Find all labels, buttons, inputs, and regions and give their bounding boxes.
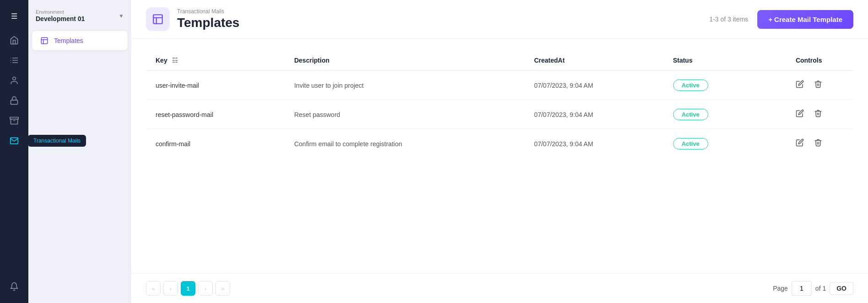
page-label: Page [773, 285, 788, 292]
next-page-button[interactable]: › [198, 281, 213, 296]
box-icon [10, 116, 19, 125]
page-number-input[interactable] [792, 281, 812, 296]
table-row: reset-password-mail Reset password 07/07… [146, 100, 853, 129]
header-title-group: Transactional Mails Templates [177, 8, 239, 30]
description-cell: Reset password [285, 100, 525, 129]
environment-label: Environment [36, 9, 85, 15]
key-cell: reset-password-mail [146, 100, 285, 129]
table-row: user-invite-mail Invite user to join pro… [146, 71, 853, 100]
of-label: of 1 [815, 285, 826, 292]
go-button[interactable]: GO [830, 282, 853, 295]
controls-cell [765, 129, 853, 159]
table-container: Key ☷ Description CreatedAt Status Contr… [131, 39, 868, 273]
person-icon [10, 76, 19, 85]
templates-header-icon [152, 13, 164, 25]
delete-button-row-2[interactable] [812, 137, 824, 151]
edit-button-row-2[interactable] [794, 137, 806, 151]
table-header-row: Key ☷ Description CreatedAt Status Contr… [146, 50, 853, 71]
status-cell: Active [664, 71, 765, 100]
key-cell: user-invite-mail [146, 71, 285, 100]
pagination-left: « ‹ 1 › » [146, 281, 230, 296]
sidebar-item-templates[interactable]: Templates [32, 31, 128, 50]
svg-rect-8 [10, 117, 18, 119]
box-nav-button[interactable] [5, 112, 23, 130]
header-left: Transactional Mails Templates [146, 7, 239, 31]
table-row: confirm-mail Confirm email to complete r… [146, 129, 853, 159]
delete-button-row-0[interactable] [812, 78, 824, 92]
lock-icon [10, 96, 19, 105]
key-filter-icon[interactable]: ☷ [172, 57, 178, 64]
icon-bar: ☰ [0, 0, 28, 303]
pagination-right: Page of 1 GO [773, 281, 853, 296]
main-content: Transactional Mails Templates 1-3 of 3 i… [131, 0, 868, 303]
page-1-button[interactable]: 1 [181, 281, 195, 296]
key-cell: confirm-mail [146, 129, 285, 159]
hamburger-icon: ☰ [11, 13, 17, 20]
column-header-status: Status [664, 50, 765, 71]
status-cell: Active [664, 100, 765, 129]
status-cell: Active [664, 129, 765, 159]
first-page-button[interactable]: « [146, 281, 161, 296]
column-header-description: Description [285, 50, 525, 71]
hamburger-menu-button[interactable]: ☰ [5, 7, 23, 26]
templates-icon [39, 36, 49, 46]
environment-selector[interactable]: Environment Development 01 ▼ [28, 5, 131, 30]
svg-rect-7 [11, 100, 18, 104]
column-header-key: Key ☷ [146, 50, 285, 71]
createdat-cell: 07/07/2023, 9:04 AM [525, 71, 663, 100]
bell-nav-button[interactable] [5, 277, 23, 296]
description-cell: Invite user to join project [285, 71, 525, 100]
controls-cell [765, 100, 853, 129]
page-header: Transactional Mails Templates 1-3 of 3 i… [131, 0, 868, 39]
environment-name: Development 01 [36, 15, 85, 22]
svg-rect-13 [153, 15, 162, 24]
breadcrumb: Transactional Mails [177, 8, 239, 15]
mail-icon [10, 136, 19, 145]
controls-cell [765, 71, 853, 100]
create-mail-template-button[interactable]: + Create Mail Template [757, 10, 853, 29]
mail-nav-button[interactable]: Transactional Mails [5, 132, 23, 150]
home-nav-button[interactable] [5, 31, 23, 49]
createdat-cell: 07/07/2023, 9:04 AM [525, 129, 663, 159]
delete-button-row-1[interactable] [812, 107, 824, 122]
list-nav-button[interactable] [5, 51, 23, 69]
status-badge: Active [673, 80, 708, 91]
svg-point-6 [13, 77, 16, 80]
security-nav-button[interactable] [5, 91, 23, 110]
edit-button-row-0[interactable] [794, 78, 806, 92]
pagination-row: « ‹ 1 › » Page of 1 GO [131, 273, 868, 303]
sidebar: Environment Development 01 ▼ Templates [28, 0, 131, 303]
last-page-button[interactable]: » [216, 281, 230, 296]
header-icon-wrap [146, 7, 170, 31]
column-header-createdat: CreatedAt [525, 50, 663, 71]
description-cell: Confirm email to complete registration [285, 129, 525, 159]
bell-icon [10, 282, 19, 291]
home-icon [10, 36, 19, 45]
items-count: 1-3 of 3 items [709, 16, 748, 23]
edit-button-row-1[interactable] [794, 107, 806, 122]
sidebar-item-templates-label: Templates [54, 37, 83, 44]
chevron-down-icon: ▼ [119, 13, 124, 19]
svg-rect-10 [41, 37, 48, 44]
list-icon [10, 56, 19, 65]
createdat-cell: 07/07/2023, 9:04 AM [525, 100, 663, 129]
users-nav-button[interactable] [5, 71, 23, 90]
mail-tooltip: Transactional Mails [28, 135, 86, 147]
prev-page-button[interactable]: ‹ [163, 281, 178, 296]
templates-table: Key ☷ Description CreatedAt Status Contr… [146, 50, 853, 159]
column-header-controls: Controls [765, 50, 853, 71]
page-title: Templates [177, 16, 239, 30]
status-badge: Active [673, 138, 708, 149]
header-right: 1-3 of 3 items + Create Mail Template [709, 10, 853, 29]
status-badge: Active [673, 109, 708, 120]
